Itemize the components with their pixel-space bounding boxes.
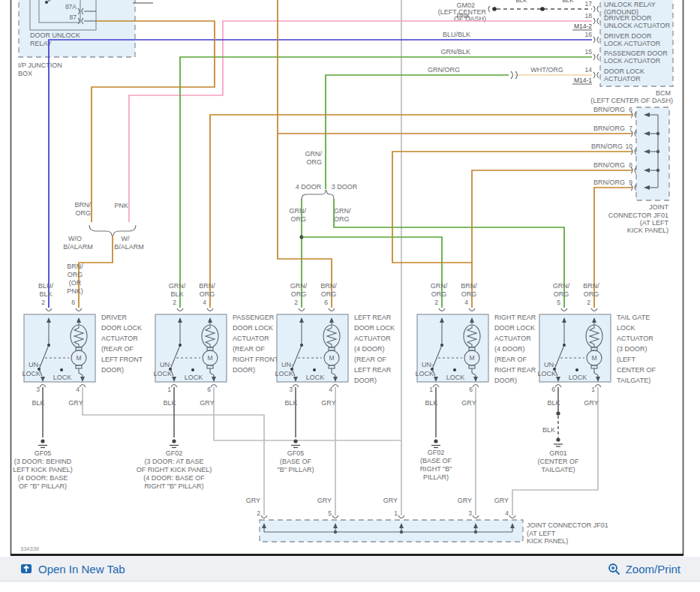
svg-text:3: 3 <box>289 386 293 393</box>
svg-text:RIGHT REAR: RIGHT REAR <box>494 314 536 321</box>
actuator-tailgate-lock: GRN/ ORG BRN/ ORG 5 2 UN- LOCK LOCK M TA… <box>537 282 656 473</box>
label-grn-org: GRN/ORG <box>428 66 460 74</box>
svg-text:(3 DOOR): (3 DOOR) <box>617 345 647 353</box>
ground-gf05: GF05 <box>35 449 52 457</box>
svg-text:BLK: BLK <box>170 290 183 298</box>
svg-text:4: 4 <box>203 299 206 306</box>
svg-text:JOINT CONNECTOR JF01: JOINT CONNECTOR JF01 <box>527 521 608 529</box>
wire-blu-blk <box>49 40 592 308</box>
svg-text:(REAR OF: (REAR OF <box>233 345 266 353</box>
svg-text:KICK PANEL): KICK PANEL) <box>627 227 668 234</box>
svg-text:W/O: W/O <box>68 235 82 242</box>
wire-grn-3door <box>334 199 564 308</box>
svg-text:1: 1 <box>394 509 398 517</box>
relay-label: DOOR UNLOCK <box>30 32 80 39</box>
svg-text:B/ALARM: B/ALARM <box>63 243 93 251</box>
svg-text:6: 6 <box>207 386 211 393</box>
svg-text:BRN/ORG: BRN/ORG <box>593 161 625 169</box>
svg-text:6: 6 <box>629 106 632 113</box>
svg-text:17: 17 <box>585 0 593 8</box>
svg-text:(LEFT CENTER OF DASH): (LEFT CENTER OF DASH) <box>590 97 673 104</box>
open-new-tab-button[interactable]: Open In New Tab <box>20 562 125 575</box>
svg-text:GRY: GRY <box>246 497 260 504</box>
wire-pnk <box>129 21 592 222</box>
svg-text:1: 1 <box>167 386 171 393</box>
wire-brn-jf6 <box>210 115 632 308</box>
svg-text:(4 DOOR: BASE OF: (4 DOOR: BASE OF <box>143 474 205 482</box>
connector-link-m14-2[interactable]: M14-2 <box>574 23 592 30</box>
svg-text:ORG: ORG <box>306 158 322 166</box>
svg-text:ORG: ORG <box>291 290 307 298</box>
svg-text:7: 7 <box>629 125 632 132</box>
svg-text:8: 8 <box>629 161 632 169</box>
svg-text:PNK: PNK <box>114 202 128 209</box>
svg-text:GRY: GRY <box>383 497 398 504</box>
svg-text:2: 2 <box>434 299 438 306</box>
svg-text:3: 3 <box>468 509 472 517</box>
svg-text:M: M <box>76 354 81 362</box>
diagram-code: 334339 <box>20 545 39 552</box>
svg-text:4: 4 <box>329 386 332 393</box>
svg-text:DOOR): DOOR) <box>233 366 255 374</box>
diagram-canvas: 87A 87 DOOR UNLOCK RELAY I/P JUNCTION BO… <box>0 0 700 556</box>
svg-text:(4 DOOR): (4 DOOR) <box>494 345 525 353</box>
svg-text:GRN/: GRN/ <box>290 207 307 215</box>
svg-text:2: 2 <box>294 299 298 306</box>
svg-text:LOCK: LOCK <box>275 370 293 377</box>
zoom-print-button[interactable]: Zoom/Print <box>608 563 680 575</box>
svg-text:RIGHT FRONT: RIGHT FRONT <box>233 356 279 363</box>
svg-text:BRN/ORG: BRN/ORG <box>591 143 623 150</box>
svg-text:4: 4 <box>464 299 468 306</box>
svg-text:GRY: GRY <box>494 497 509 504</box>
svg-text:LEFT REAR: LEFT REAR <box>354 366 392 374</box>
svg-text:BRN/: BRN/ <box>199 282 215 290</box>
svg-text:B/ALARM: B/ALARM <box>114 243 144 251</box>
svg-text:TAILGATE): TAILGATE) <box>617 377 650 384</box>
svg-text:DOOR LOCK: DOOR LOCK <box>494 324 535 332</box>
svg-text:GRN/: GRN/ <box>553 282 570 290</box>
svg-text:TAIL GATE: TAIL GATE <box>617 314 650 321</box>
svg-text:BLK: BLK <box>284 399 297 407</box>
svg-text:4: 4 <box>76 386 80 393</box>
svg-text:W/: W/ <box>122 235 130 242</box>
svg-text:LOCK: LOCK <box>537 370 556 377</box>
svg-text:GRY: GRY <box>317 497 332 504</box>
svg-text:ACTUATOR: ACTUATOR <box>233 335 269 342</box>
svg-text:ACTUATOR: ACTUATOR <box>101 335 138 342</box>
svg-text:GRN/: GRN/ <box>431 282 448 290</box>
svg-text:1: 1 <box>429 386 433 393</box>
svg-text:LOCK ACTUATOR: LOCK ACTUATOR <box>604 57 661 65</box>
svg-text:6: 6 <box>469 386 473 393</box>
relay-pin-87a: 87A <box>65 3 77 11</box>
svg-text:ORG: ORG <box>290 215 306 223</box>
svg-text:M: M <box>207 354 212 362</box>
svg-text:6: 6 <box>71 299 75 306</box>
svg-text:(REAR OF: (REAR OF <box>101 345 134 353</box>
svg-text:LOCK: LOCK <box>306 374 325 381</box>
svg-text:M: M <box>591 354 596 362</box>
svg-text:(AT LEFT: (AT LEFT <box>640 219 669 227</box>
svg-text:BRN/: BRN/ <box>320 282 337 290</box>
svg-text:TAILGATE): TAILGATE) <box>541 466 575 473</box>
svg-text:(BASE OF: (BASE OF <box>420 457 452 464</box>
connector-link-m14-1[interactable]: M14-1 <box>574 77 592 84</box>
svg-text:LOCK: LOCK <box>415 370 434 377</box>
svg-text:BRN/ORG: BRN/ORG <box>593 179 625 186</box>
svg-text:UN-: UN- <box>422 361 434 368</box>
svg-text:ACTUATOR: ACTUATOR <box>617 335 653 342</box>
wire-gry-passenger <box>214 387 401 440</box>
ground-gf02-rear: GF02 <box>428 449 445 456</box>
svg-text:M: M <box>469 354 474 362</box>
wire-grn-org-feed <box>326 75 509 189</box>
svg-text:10: 10 <box>626 143 633 150</box>
svg-text:GRN/: GRN/ <box>334 207 351 215</box>
svg-text:LOCK: LOCK <box>22 370 41 377</box>
ip-box-label: I/P JUNCTION <box>18 62 62 69</box>
wiring-diagram-viewer: 87A 87 DOOR UNLOCK RELAY I/P JUNCTION BO… <box>0 0 700 592</box>
svg-text:BLK: BLK <box>163 399 176 407</box>
svg-text:"B" PILLAR): "B" PILLAR) <box>278 466 314 473</box>
svg-text:GRY: GRY <box>458 497 472 504</box>
svg-text:BRN/ORG: BRN/ORG <box>593 106 625 113</box>
svg-text:PNK): PNK) <box>67 287 83 295</box>
svg-text:BRN/: BRN/ <box>583 282 599 290</box>
